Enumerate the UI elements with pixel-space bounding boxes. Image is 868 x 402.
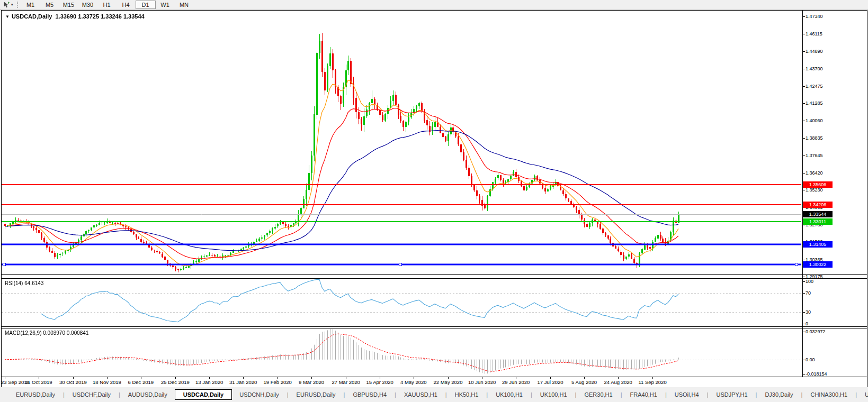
tab-separator: | bbox=[344, 391, 345, 398]
timeframe-button-w1[interactable]: W1 bbox=[156, 1, 175, 9]
panel-divider[interactable] bbox=[1, 274, 867, 275]
chart-tab-fra40-h1[interactable]: FRA40,H1 bbox=[623, 389, 665, 400]
tab-separator: | bbox=[531, 391, 532, 398]
timeframe-button-h1[interactable]: H1 bbox=[97, 1, 117, 9]
chart-tab-usdcnh-daily[interactable]: USDCNH,Daily bbox=[232, 389, 287, 400]
time-axis-tick bbox=[584, 377, 585, 379]
rsi-axis-label: 70 bbox=[806, 290, 811, 296]
time-axis-date-label: 24 Aug 2020 bbox=[604, 379, 632, 385]
macd-indicator-chart[interactable] bbox=[2, 328, 801, 377]
time-axis-date-label: 11 Oct 2019 bbox=[25, 379, 52, 385]
price-axis-tick bbox=[803, 138, 805, 139]
timeframe-button-m1[interactable]: M1 bbox=[21, 1, 40, 9]
tab-separator: | bbox=[665, 391, 667, 398]
rsi-indicator-chart[interactable] bbox=[2, 279, 801, 326]
hline-price-label[interactable]: 1.31405 bbox=[803, 241, 833, 248]
chart-tab-usdchf-daily[interactable]: USDCHF,Daily bbox=[65, 389, 118, 400]
chart-tab-xauusd-h1[interactable]: XAUUSD,H1 bbox=[397, 389, 445, 400]
time-axis-tick bbox=[618, 377, 619, 379]
time-axis-tick bbox=[39, 377, 39, 379]
timeframe-buttons: M1M5M15M30H1H4D1W1MN bbox=[21, 1, 194, 9]
crosshair-pointer-icon[interactable] bbox=[2, 1, 11, 8]
tab-separator: | bbox=[445, 391, 447, 398]
symbol-tabs: EURUSD,Daily|USDCHF,Daily|AUDUSD,DailyUS… bbox=[8, 389, 868, 400]
timeframe-button-mn[interactable]: MN bbox=[175, 1, 194, 9]
time-axis-tick bbox=[141, 377, 141, 379]
hline-price-label[interactable]: 1.30022 bbox=[803, 261, 833, 268]
time-axis-date-label: 30 Oct 2019 bbox=[59, 379, 87, 385]
price-axis-label: 1.35230 bbox=[806, 187, 823, 193]
timeframe-button-h4[interactable]: H4 bbox=[117, 1, 136, 9]
timeframe-toolbar: ▾ M1M5M15M30H1H4D1W1MN bbox=[0, 0, 868, 10]
timeframe-button-m30[interactable]: M30 bbox=[78, 1, 97, 9]
chart-tab-gbpusd-h4[interactable]: GBPUSD,H4 bbox=[345, 389, 394, 400]
tab-separator: | bbox=[287, 391, 289, 398]
rsi-axis-tick bbox=[803, 293, 805, 294]
tab-separator: | bbox=[707, 391, 709, 398]
main-price-chart[interactable] bbox=[2, 11, 801, 274]
chart-tab-uk100-h1[interactable]: UK100,H1 bbox=[533, 389, 575, 400]
price-axis-label: 1.47340 bbox=[806, 14, 823, 19]
macd-panel-bottom-border bbox=[1, 377, 867, 377]
chart-tab-usoil-h1[interactable]: USOil,H1 bbox=[857, 389, 868, 400]
timeframe-button-d1[interactable]: D1 bbox=[136, 1, 156, 9]
chart-tab-hk50-h1[interactable]: HK50,H1 bbox=[448, 389, 486, 400]
chart-tab-audusd-daily[interactable]: AUDUSD,Daily bbox=[121, 389, 175, 400]
chart-tab-eurusd-daily[interactable]: EURUSD,Daily bbox=[8, 389, 62, 400]
tab-separator: | bbox=[801, 391, 803, 398]
chart-ohlc-values: 1.33690 1.33725 1.33246 1.33544 bbox=[55, 13, 144, 20]
chart-tab-usdjpy-h1[interactable]: USDJPY,H1 bbox=[709, 389, 755, 400]
time-axis-tick bbox=[346, 377, 346, 379]
price-axis-tick bbox=[803, 51, 805, 52]
chart-tab-china300-h1[interactable]: CHINA300,H1 bbox=[803, 389, 855, 400]
price-axis-line bbox=[802, 11, 803, 377]
tab-separator: | bbox=[575, 391, 577, 398]
chart-tab-eurusd-daily[interactable]: EURUSD,Daily bbox=[289, 389, 343, 400]
time-axis-tick bbox=[516, 377, 516, 379]
time-axis-date-label: 5 Aug 2020 bbox=[571, 379, 597, 385]
rsi-axis-tick bbox=[803, 312, 805, 313]
tab-separator: | bbox=[486, 391, 488, 398]
time-axis-tick bbox=[5, 377, 5, 379]
macd-axis-tick bbox=[803, 360, 805, 360]
time-axis-tick bbox=[448, 377, 449, 379]
price-axis-tick bbox=[803, 103, 805, 104]
time-axis-date-label: 25 Dec 2019 bbox=[161, 379, 190, 385]
price-axis-tick bbox=[803, 190, 805, 190]
mt4-terminal: ▾ M1M5M15M30H1H4D1W1MN ▼USDCAD,Daily 1.3… bbox=[0, 0, 868, 402]
chart-tab-usoil-h4[interactable]: USOil,H4 bbox=[667, 389, 706, 400]
price-axis-tick bbox=[803, 173, 805, 173]
time-axis-date-label: 18 Nov 2019 bbox=[93, 379, 121, 385]
macd-axis-tick bbox=[803, 374, 805, 374]
time-axis-tick bbox=[107, 377, 108, 379]
toolbar-grip[interactable] bbox=[17, 2, 18, 8]
chevron-down-icon[interactable]: ▾ bbox=[11, 3, 13, 7]
price-axis-tick bbox=[803, 277, 805, 277]
price-axis-tick bbox=[803, 16, 805, 17]
price-axis-tick bbox=[803, 260, 805, 260]
time-axis-date-label: 19 Feb 2020 bbox=[264, 379, 292, 385]
tab-separator: | bbox=[621, 391, 622, 398]
hline-price-label[interactable]: 1.33011 bbox=[803, 218, 833, 225]
chart-tab-usdcad-daily[interactable]: USDCAD,Daily bbox=[175, 389, 232, 400]
rsi-axis-label: 100 bbox=[806, 279, 813, 284]
tab-separator: | bbox=[855, 391, 857, 398]
timeframe-button-m5[interactable]: M5 bbox=[40, 1, 59, 9]
hline-price-label[interactable]: 1.35606 bbox=[803, 181, 833, 188]
chart-tab-dj30-daily[interactable]: DJ30,Daily bbox=[757, 389, 800, 400]
time-axis-tick bbox=[243, 377, 244, 379]
timeframe-button-m15[interactable]: M15 bbox=[59, 1, 78, 9]
time-axis-tick bbox=[175, 377, 176, 379]
time-axis-date-label: 4 May 2020 bbox=[400, 379, 427, 385]
chart-tab-ger30-h1[interactable]: GER30,H1 bbox=[577, 389, 620, 400]
rsi-label: RSI(14) 64.6143 bbox=[5, 280, 43, 286]
chart-tab-uk100-h1[interactable]: UK100,H1 bbox=[488, 389, 530, 400]
rsi-axis-tick bbox=[803, 281, 805, 282]
price-axis-label: 1.40060 bbox=[806, 118, 823, 123]
macd-axis-label: 0.00 bbox=[806, 357, 815, 362]
rsi-panel-bottom-border[interactable] bbox=[1, 326, 867, 327]
hline-price-label[interactable]: 1.34206 bbox=[803, 202, 833, 208]
collapse-triangle-icon[interactable]: ▼ bbox=[5, 14, 10, 19]
time-axis-date-label: 11 Sep 2020 bbox=[639, 379, 667, 385]
price-axis-label: 1.44890 bbox=[806, 49, 823, 54]
